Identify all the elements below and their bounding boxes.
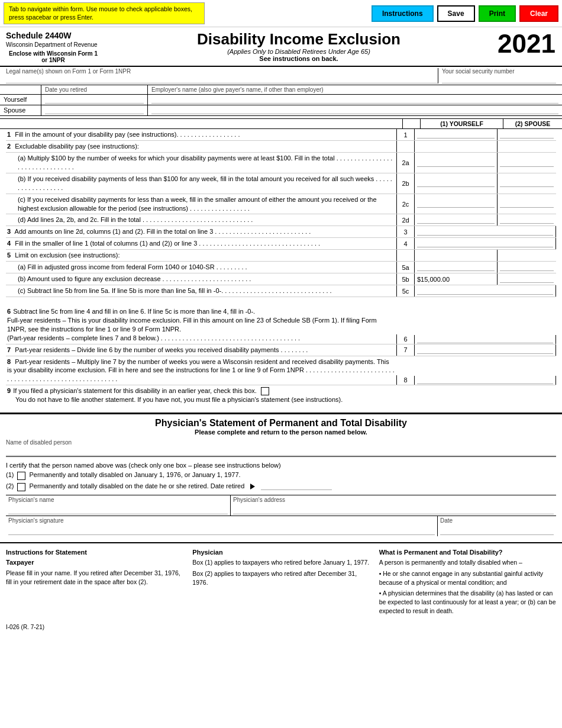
yourself-employer-input[interactable] bbox=[151, 96, 558, 104]
option1-checkbox[interactable] bbox=[17, 472, 25, 480]
bottom-instructions: Instructions for Statement Taxpayer Plea… bbox=[0, 542, 562, 623]
dept-name: Wisconsin Department of Revenue bbox=[6, 41, 101, 48]
line-5a-yourself-input[interactable] bbox=[417, 263, 495, 271]
print-button[interactable]: Print bbox=[479, 5, 516, 22]
physician-subtitle: Physician bbox=[192, 548, 369, 557]
columns-header: (1) YOURSELF (2) SPOUSE bbox=[0, 118, 562, 129]
form-body: 1 Fill in the amount of your disability … bbox=[0, 129, 562, 408]
action-buttons: Instructions Save Print Clear bbox=[372, 5, 558, 22]
line-5c-row: (c) Subtract line 5b from line 5a. If li… bbox=[6, 285, 556, 297]
line-2d-spouse bbox=[497, 214, 556, 226]
line-9-checkbox[interactable] bbox=[261, 387, 269, 395]
enclose-note: Enclose with Wisconsin Form 1 or 1NPR bbox=[6, 50, 101, 63]
physician-sig-row: Physician's signature Date bbox=[6, 516, 556, 536]
ssn-box: Your social security number bbox=[438, 68, 556, 83]
disability-title: What is Permanent and Total Disability? bbox=[379, 548, 556, 557]
option1-text: Permanently and totally disabled on Janu… bbox=[29, 471, 240, 478]
year-block: 2021 bbox=[497, 31, 556, 57]
line-2b-yourself-input[interactable] bbox=[417, 179, 495, 187]
line-1-spouse-input[interactable] bbox=[500, 131, 554, 138]
clear-button[interactable]: Clear bbox=[519, 5, 558, 22]
line-6-input[interactable] bbox=[417, 336, 553, 343]
line-1-yourself-input[interactable] bbox=[417, 131, 495, 138]
legal-name-input[interactable] bbox=[6, 76, 438, 83]
spouse-employer-input-cell bbox=[148, 105, 562, 115]
navigation-note: Tab to navigate within form. Use mouse t… bbox=[4, 2, 205, 24]
instructions-col-header bbox=[0, 119, 402, 128]
line-2d-spouse-input[interactable] bbox=[500, 216, 554, 224]
line-5b-spouse bbox=[497, 273, 556, 285]
physician-section-title: Physician's Statement of Permanent and T… bbox=[6, 418, 556, 429]
line-3-input[interactable] bbox=[417, 228, 553, 236]
line-2c-spouse-input[interactable] bbox=[500, 200, 554, 208]
option2-num: (2) bbox=[6, 482, 14, 489]
physician-inst-text1: Box (1) applies to taxpayers who retired… bbox=[192, 558, 369, 567]
line-5b-row: (b) Amount used to figure any exclusion … bbox=[6, 273, 556, 285]
line-5a-spouse-input[interactable] bbox=[500, 263, 554, 271]
footer: I-026 (R. 7-21) bbox=[0, 623, 562, 632]
spouse-date-input[interactable] bbox=[45, 107, 144, 114]
line-7-input[interactable] bbox=[417, 346, 553, 354]
form-title: Disability Income Exclusion bbox=[101, 31, 497, 48]
line-5b-spouse-input[interactable] bbox=[500, 275, 554, 283]
line-2c-spouse bbox=[497, 194, 556, 214]
line-8-input[interactable] bbox=[417, 376, 553, 384]
instructions-button[interactable]: Instructions bbox=[372, 5, 434, 22]
line-2b-row: (b) If you received disability payments … bbox=[6, 173, 556, 194]
save-button[interactable]: Save bbox=[437, 5, 475, 22]
line-1-num: 1 bbox=[396, 129, 414, 140]
line-2-header-row: 2 Excludable disability pay (see instruc… bbox=[6, 141, 556, 153]
line-1-row: 1 Fill in the amount of your disability … bbox=[6, 129, 556, 141]
line-5b-prefilled-value: $15,000.00 bbox=[417, 276, 450, 283]
option2-checkbox[interactable] bbox=[17, 483, 25, 491]
arrow-right-icon bbox=[250, 484, 255, 489]
disabled-person-name-input[interactable] bbox=[6, 446, 556, 456]
line-2b-spouse-input[interactable] bbox=[500, 179, 554, 187]
line-8-text: 8 Part-year residents – Multiply line 7 … bbox=[6, 356, 396, 385]
date-employer-header: Date you retired Employer's name (also g… bbox=[0, 85, 562, 95]
physician-name-input[interactable] bbox=[8, 504, 228, 514]
line-5a-row: (a) Fill in adjusted gross income from f… bbox=[6, 262, 556, 273]
line-5a-num: 5a bbox=[396, 262, 414, 273]
line-2a-row: (a) Multiply $100 by the number of weeks… bbox=[6, 153, 556, 173]
line-5c-input[interactable] bbox=[417, 287, 553, 295]
line-2a-spouse-input[interactable] bbox=[500, 159, 554, 167]
disabled-person-name-field bbox=[6, 446, 556, 457]
line-1-text: 1 Fill in the amount of your disability … bbox=[6, 129, 396, 140]
line-3-num: 3 bbox=[396, 226, 414, 237]
instructions-left-col: Instructions for Statement Taxpayer Plea… bbox=[6, 548, 183, 618]
spouse-employer-input[interactable] bbox=[151, 107, 558, 114]
yourself-date-input-cell bbox=[41, 95, 148, 105]
line-2c-yourself-input[interactable] bbox=[417, 200, 495, 208]
physician-sig-label: Physician's signature bbox=[8, 517, 435, 524]
top-bar: Tab to navigate within form. Use mouse t… bbox=[0, 0, 562, 27]
physician-addr-block: Physician's address bbox=[231, 495, 556, 516]
line-3-text: 3 Add amounts on line 2d, columns (1) an… bbox=[6, 226, 396, 237]
line-9-row: 9 If you filed a physician's statement f… bbox=[6, 385, 556, 408]
line-4-input[interactable] bbox=[417, 240, 553, 247]
line-2c-text: (c) If you received disability payments … bbox=[6, 194, 396, 214]
legal-name-row: Legal name(s) shown on Form 1 or Form 1N… bbox=[0, 67, 562, 85]
line-7-yourself bbox=[414, 344, 556, 356]
line-num-col-header bbox=[402, 119, 420, 128]
line-2a-yourself-input[interactable] bbox=[417, 159, 495, 167]
physician-addr-input[interactable] bbox=[233, 504, 554, 514]
physician-sig-input[interactable] bbox=[8, 524, 435, 535]
line-2d-yourself bbox=[414, 214, 497, 226]
tax-year: 2021 bbox=[497, 31, 556, 57]
line-5a-spouse bbox=[497, 262, 556, 273]
physician-date-input[interactable] bbox=[440, 524, 554, 535]
ssn-input[interactable] bbox=[442, 76, 556, 83]
form-header: Schedule 2440W Wisconsin Department of R… bbox=[0, 27, 562, 67]
spouse-col-header: (2) SPOUSE bbox=[503, 119, 562, 128]
instructions-middle-col: Physician Box (1) applies to taxpayers w… bbox=[192, 548, 369, 618]
line-7-row: 7 Part-year residents – Divide line 6 by… bbox=[6, 344, 556, 356]
spouse-label: Spouse bbox=[0, 105, 41, 115]
yourself-date-input[interactable] bbox=[45, 96, 144, 104]
line-3-row: 3 Add amounts on line 2d, columns (1) an… bbox=[6, 226, 556, 238]
taxpayer-text: Please fill in your name. If you retired… bbox=[6, 569, 183, 586]
option1-row: (1) Permanently and totally disabled on … bbox=[6, 471, 556, 480]
line-5-header-row: 5 Limit on exclusion (see instructions): bbox=[6, 250, 556, 262]
date-retired-input[interactable] bbox=[261, 482, 332, 490]
line-2d-yourself-input[interactable] bbox=[417, 216, 495, 224]
